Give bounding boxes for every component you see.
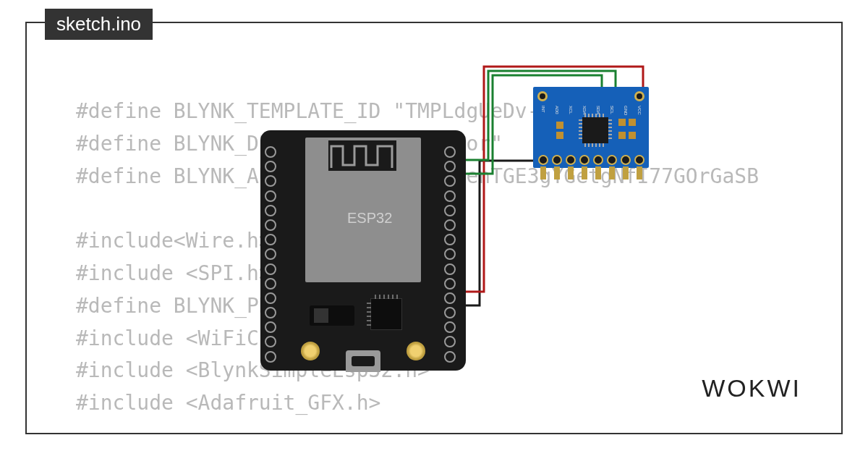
- esp-button-en[interactable]: [301, 342, 320, 360]
- mpu-pin-labels: INTAD0XCLXDASDASCLGNDVCC: [533, 106, 649, 115]
- usb-port: [346, 350, 380, 372]
- mpu-chip: [582, 117, 608, 143]
- preview-card: #define BLYNK_TEMPLATE_ID "TMPLdgUeDv-6"…: [25, 22, 843, 434]
- esp32-label: ESP32: [347, 210, 392, 227]
- file-tab[interactable]: sketch.ino: [45, 9, 153, 40]
- esp32-board: ESP32: [260, 130, 466, 371]
- esp-pins-left: [265, 146, 282, 366]
- mpu6050-sensor: INTAD0XCLXDASDASCLGNDVCC: [533, 87, 649, 168]
- wokwi-logo: WOKWI: [702, 374, 801, 402]
- file-tab-label: sketch.ino: [56, 13, 141, 35]
